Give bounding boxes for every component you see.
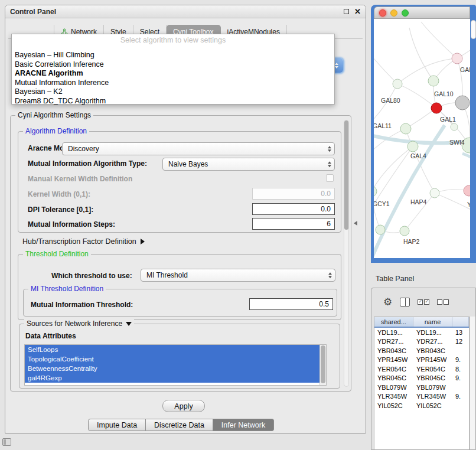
table-row[interactable]: YDR27...YDR27...12: [374, 337, 469, 347]
mi-threshold-field[interactable]: 0.5: [249, 298, 333, 310]
mi-steps-field[interactable]: 6: [252, 218, 335, 230]
table-row[interactable]: YER054CYER054C8.: [374, 364, 469, 374]
close-icon[interactable]: ✕: [354, 8, 361, 15]
network-edge[interactable]: [421, 22, 457, 58]
menu-item[interactable]: Bayesian – Hill Climbing: [12, 51, 334, 60]
table-header-row: shared...name: [374, 317, 469, 328]
which-threshold-select[interactable]: MI Threshold: [141, 269, 335, 282]
table-row[interactable]: YBL079WYBL079W: [374, 383, 469, 392]
algorithm-dropdown-popup: Select algorithm to view settings Bayesi…: [11, 34, 335, 105]
mi-algorithm-type-select[interactable]: Naive Bayes: [162, 158, 335, 171]
list-item[interactable]: gal4RGexp: [25, 373, 319, 383]
network-window-titlebar[interactable]: [374, 6, 470, 19]
table-row[interactable]: YIL052CYIL052C: [374, 401, 469, 410]
network-node[interactable]: [452, 53, 462, 64]
network-node[interactable]: [455, 96, 470, 110]
network-edge[interactable]: [435, 193, 470, 214]
network-node[interactable]: [376, 225, 385, 234]
network-node[interactable]: [374, 186, 377, 197]
list-item[interactable]: SelfLoops: [25, 345, 319, 354]
expand-right-icon[interactable]: [141, 239, 145, 244]
sources-group: Sources for Network Inference Data Attri…: [19, 324, 340, 389]
menu-item[interactable]: Mutual Information Inference: [12, 79, 334, 88]
table-body: YDL19...YDL19...13YDR27...YDR27...12YBR0…: [374, 328, 469, 410]
hub-transcription-factor-section[interactable]: Hub/Transcription Factor Definition: [22, 237, 145, 246]
algorithm-definition-group: Algorithm Definition Aracne Mode: Discov…: [18, 131, 341, 233]
deselect-all-icon[interactable]: [437, 299, 449, 305]
selected-value: Discovery: [68, 145, 99, 153]
menu-item[interactable]: Basic Correlation Inference: [12, 60, 334, 70]
manual-kernel-width-checkbox: [326, 174, 334, 182]
list-item[interactable]: TopologicalCoefficient: [25, 354, 319, 364]
collapse-down-icon[interactable]: [126, 322, 132, 326]
spinner-up-icon: [335, 63, 338, 65]
column-header[interactable]: name: [413, 317, 452, 327]
network-node[interactable]: [430, 188, 439, 198]
network-edge[interactable]: [462, 154, 470, 161]
gear-icon[interactable]: ⚙: [383, 297, 392, 307]
combo-arrows-icon: [328, 272, 332, 278]
group-legend: MI Threshold Definition: [28, 285, 106, 293]
close-traffic-light-icon[interactable]: [379, 9, 386, 17]
aracne-mode-select[interactable]: Discovery: [62, 142, 335, 155]
table-row[interactable]: YPR145WYPR145W9.: [374, 356, 469, 365]
list-item[interactable]: BetweennessCentrality: [25, 364, 319, 373]
minimize-traffic-light-icon[interactable]: [390, 9, 397, 17]
panel-collapse-arrow-icon[interactable]: [354, 221, 357, 226]
list-scrollbar[interactable]: [319, 345, 326, 385]
which-threshold-label: Which threshold to use:: [51, 272, 132, 280]
apply-button[interactable]: Apply: [162, 400, 205, 412]
table-row[interactable]: YDL19...YDL19...13: [374, 328, 469, 337]
table-row[interactable]: YBR045CYBR045C9.: [374, 374, 469, 383]
network-node[interactable]: [464, 185, 470, 196]
table-row[interactable]: YBR043CYBR043C: [374, 346, 469, 356]
scrollbar-thumb[interactable]: [344, 120, 348, 230]
menu-item-selected[interactable]: ARACNE Algorithm: [12, 69, 334, 79]
network-edge[interactable]: [374, 191, 380, 230]
column-header[interactable]: shared...: [374, 317, 413, 327]
selected-value: Naive Bayes: [168, 160, 208, 168]
network-node[interactable]: [400, 123, 411, 134]
kernel-width-field: 0.0: [252, 188, 335, 200]
network-edge[interactable]: [374, 84, 397, 125]
table-row[interactable]: YLR345WYLR345W9.: [374, 392, 469, 402]
network-edge[interactable]: [397, 84, 436, 108]
menu-item[interactable]: Dream8 DC_TDC Algorithm: [12, 97, 334, 106]
zoom-traffic-light-icon[interactable]: [402, 9, 409, 17]
network-node[interactable]: [451, 123, 458, 131]
network-svg: GALGAL80GAL10GAL11GAL1SWI4GAL4GCY1HAP4YH…: [374, 19, 470, 258]
sources-legend-label: Sources for Network Inference: [27, 319, 122, 328]
tab-infer-network[interactable]: Infer Network: [213, 419, 274, 431]
column-selector-icon[interactable]: [400, 298, 410, 306]
table-panel-title: Table Panel: [376, 275, 414, 283]
network-edge[interactable]: [374, 51, 397, 84]
bottom-tab-bar: Impute Data Discretize Data Infer Networ…: [88, 419, 274, 431]
network-canvas[interactable]: GALGAL80GAL10GAL11GAL1SWI4GAL4GCY1HAP4YH…: [374, 19, 470, 258]
data-attributes-label: Data Attributes: [25, 332, 76, 340]
network-node[interactable]: [428, 76, 439, 86]
scrollbar-thumb[interactable]: [321, 345, 325, 383]
network-node[interactable]: [400, 226, 409, 236]
combo-arrows-icon: [328, 146, 331, 152]
network-node[interactable]: [393, 79, 402, 89]
manual-kernel-width-label: Manual Kernel Width Definition: [28, 175, 132, 183]
network-node[interactable]: [431, 103, 442, 113]
settings-scrollbar[interactable]: [344, 120, 349, 387]
kernel-width-label: Kernel Width (0,1):: [28, 190, 90, 198]
select-all-icon[interactable]: ✓ ✓: [418, 299, 429, 305]
network-vertical-scrollbar[interactable]: [471, 20, 476, 39]
collapsed-panel-icon[interactable]: [2, 438, 11, 446]
tab-discretize-data[interactable]: Discretize Data: [146, 419, 213, 431]
control-panel-titlebar[interactable]: Control Panel ✕: [5, 5, 366, 18]
network-node[interactable]: [407, 141, 418, 152]
menu-item[interactable]: Bayesian – K2: [12, 87, 334, 97]
tab-impute-data[interactable]: Impute Data: [88, 419, 146, 431]
table-vertical-scrollbar[interactable]: [470, 317, 475, 449]
sources-legend[interactable]: Sources for Network Inference: [24, 319, 134, 328]
dropdown-prompt: Select algorithm to view settings: [12, 36, 334, 46]
dpi-tolerance-field[interactable]: 0.0: [252, 203, 335, 215]
float-window-icon[interactable]: [344, 9, 349, 14]
table-toolbar: ⚙ ✓ ✓: [371, 288, 475, 315]
column-header[interactable]: [452, 317, 469, 327]
network-node-label: GAL10: [434, 90, 454, 97]
